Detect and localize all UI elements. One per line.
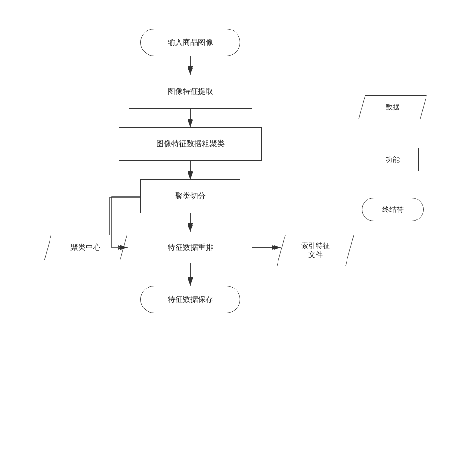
node-index-feature-file: 索引特征 文件 bbox=[281, 235, 350, 266]
node-coarse-cluster: 图像特征数据粗聚类 bbox=[119, 127, 262, 161]
legend-data-shape: 数据 bbox=[362, 95, 424, 119]
node-feature-extract: 图像特征提取 bbox=[129, 75, 252, 109]
diagram-container: 输入商品图像 图像特征提取 图像特征数据粗聚类 聚类切分 聚类中心 特征数据重排… bbox=[0, 0, 476, 457]
node-feature-save: 特征数据保存 bbox=[140, 286, 240, 313]
legend-terminal-shape: 终结符 bbox=[362, 198, 424, 221]
node-cluster-center: 聚类中心 bbox=[48, 235, 124, 260]
arrows-overlay bbox=[0, 0, 476, 457]
node-input: 输入商品图像 bbox=[140, 29, 240, 56]
node-cluster-split: 聚类切分 bbox=[140, 179, 240, 213]
legend-function-shape: 功能 bbox=[367, 148, 419, 171]
node-feature-rerank: 特征数据重排 bbox=[129, 232, 252, 263]
arrows-svg bbox=[0, 0, 476, 457]
